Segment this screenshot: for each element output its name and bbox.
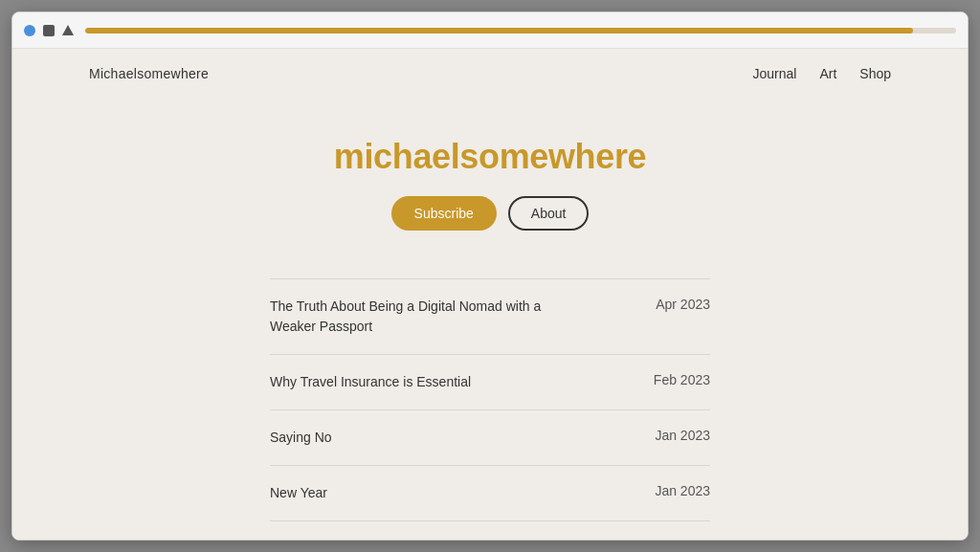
hero-title: michaelsomewhere (334, 137, 646, 177)
article-row[interactable]: Saying No Jan 2023 (270, 410, 710, 466)
dot-square-icon (43, 25, 55, 36)
article-row[interactable]: The Truth About Being a Digital Nomad wi… (270, 278, 710, 355)
article-row[interactable]: Why Travel Insurance is Essential Feb 20… (270, 355, 710, 410)
dot-triangle-icon (62, 25, 74, 35)
progress-fill (85, 28, 913, 33)
dot-blue-icon (24, 25, 35, 36)
article-date: Jan 2023 (655, 483, 710, 498)
browser-toolbar (12, 12, 968, 49)
nav-brand: Michaelsomewhere (89, 66, 209, 81)
articles-list: The Truth About Being a Digital Nomad wi… (251, 278, 729, 521)
hero-buttons: Subscribe About (391, 196, 590, 231)
hero-section: michaelsomewhere Subscribe About (12, 99, 968, 250)
nav-link-journal[interactable]: Journal (752, 66, 796, 81)
nav-link-art[interactable]: Art (819, 66, 836, 81)
about-button[interactable]: About (508, 196, 590, 231)
navbar: Michaelsomewhere Journal Art Shop (12, 49, 968, 99)
progress-bar (85, 28, 956, 33)
nav-links: Journal Art Shop (752, 66, 891, 81)
article-title: Why Travel Insurance is Essential (270, 372, 471, 392)
browser-window: Michaelsomewhere Journal Art Shop michae… (11, 11, 969, 541)
article-title: The Truth About Being a Digital Nomad wi… (270, 297, 557, 337)
article-date: Jan 2023 (655, 428, 710, 443)
article-date: Apr 2023 (656, 297, 710, 312)
browser-content: Michaelsomewhere Journal Art Shop michae… (12, 49, 968, 540)
nav-link-shop[interactable]: Shop (859, 66, 891, 81)
article-date: Feb 2023 (654, 372, 710, 387)
article-title: Saying No (270, 428, 332, 448)
article-row[interactable]: New Year Jan 2023 (270, 466, 710, 521)
subscribe-button[interactable]: Subscribe (391, 196, 497, 231)
article-title: New Year (270, 483, 327, 503)
